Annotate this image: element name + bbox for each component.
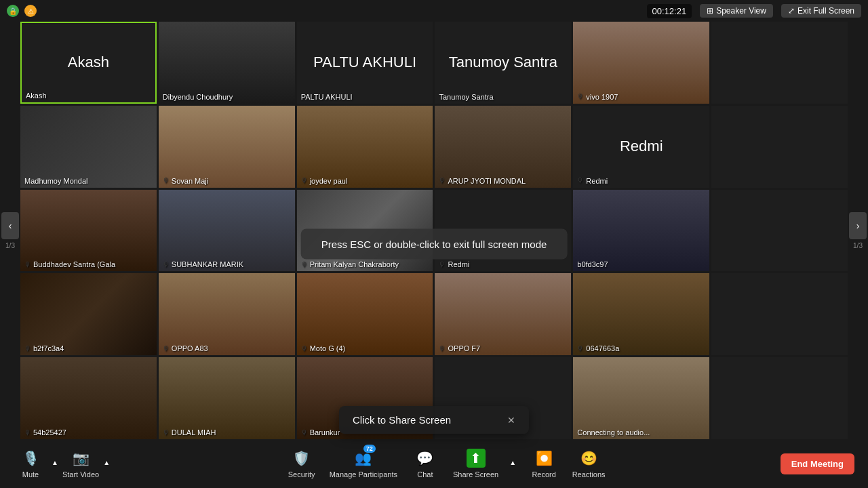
speaker-view-button[interactable]: ⊞ Speaker View [700, 4, 773, 18]
video-cell-24 [711, 273, 848, 355]
muted-icon: 🎙 [577, 93, 584, 100]
right-nav: › 1/3 [848, 22, 868, 439]
video-feed [159, 273, 295, 355]
participant-name-label: Tanumoy Santra [439, 93, 493, 101]
share-screen-popup: Click to Share Screen ✕ [339, 406, 529, 434]
participant-name-text: OPPO A83 [172, 344, 208, 352]
video-cell-7: Madhumoy Mondal [20, 106, 157, 188]
participant-name-label: 🎙Redmi [439, 260, 469, 268]
muted-icon: 🎙 [24, 429, 31, 436]
video-cell-1: AkashAkash [20, 22, 157, 104]
video-cell-16: 🎙Redmi [435, 190, 571, 272]
participant-name-text: Sovan Maji [172, 177, 208, 185]
participant-name-text: DULAL MIAH [172, 428, 216, 436]
speaker-view-icon: ⊞ [707, 6, 713, 16]
participant-name-label: Connecting to audio... [577, 428, 650, 436]
participant-center-name: Akash [68, 54, 109, 71]
participant-name-label: b0fd3c97 [577, 260, 608, 268]
toolbar-center-group: 🛡️ Security 👥 72 Manage Participants 💬 C… [285, 449, 606, 479]
next-page-button[interactable]: › [849, 212, 867, 239]
muted-icon: 🎙 [163, 429, 170, 436]
participant-name-label: 🎙OPPO A83 [163, 344, 208, 352]
video-chevron[interactable]: ▲ [103, 459, 110, 466]
participant-name-text: PALTU AKHULI [301, 93, 353, 101]
video-feed [20, 190, 157, 272]
end-meeting-button[interactable]: End Meeting [781, 453, 854, 474]
top-bar: 🔒 ⚠ 00:12:21 ⊞ Speaker View ⤢ Exit Full … [0, 0, 868, 22]
video-cell-18 [711, 190, 848, 272]
record-button[interactable]: ⏺️ Record [527, 449, 561, 479]
video-button[interactable]: 📷 Start Video [62, 449, 99, 479]
video-feed [435, 106, 571, 188]
video-cell-29: Connecting to audio... [573, 357, 709, 439]
right-page-indicator: 1/3 [853, 242, 863, 249]
participant-name-text: SUBHANKAR MARIK [172, 260, 243, 268]
participant-name-label: 🎙SUBHANKAR MARIK [163, 260, 243, 268]
exit-fullscreen-button[interactable]: ⤢ Exit Full Screen [781, 4, 861, 18]
left-page-indicator: 1/3 [5, 242, 15, 249]
muted-icon: 🎙 [24, 261, 31, 268]
participant-name-label: 🎙Barunkur [301, 428, 340, 436]
chat-icon: 💬 [416, 449, 435, 468]
security-button[interactable]: 🛡️ Security [285, 449, 319, 479]
bottom-toolbar: 🎙️ Mute ▲ 📷 Start Video ▲ 🛡️ Security 👥 … [0, 439, 868, 488]
video-feed [435, 273, 571, 355]
share-chevron[interactable]: ▲ [509, 459, 516, 466]
participant-name-label: 🎙Buddhadev Santra (Gala [24, 260, 115, 268]
muted-icon: 🎙 [439, 345, 446, 352]
video-grid: AkashAkashDibyendu ChoudhuryPALTU AKHULI… [20, 22, 848, 439]
chat-button[interactable]: 💬 Chat [408, 449, 442, 479]
video-cell-15: 🎙Pritam Kalyan Chakraborty [297, 190, 433, 272]
muted-icon: 🎙 [577, 177, 584, 184]
participant-name-label: Dibyendu Choudhury [163, 93, 233, 101]
participant-name-label: 🎙vivo 1907 [577, 93, 618, 101]
share-screen-button[interactable]: ⬆ Share Screen [453, 449, 498, 479]
video-cell-10: 🎙ARUP JYOTI MONDAL [435, 106, 571, 188]
video-feed [20, 357, 157, 439]
video-feed [159, 190, 295, 272]
participant-name-label: 🎙Moto G (4) [301, 344, 346, 352]
participant-name-text: 0647663a [586, 344, 619, 352]
video-cell-12 [711, 106, 848, 188]
participant-name-label: 🎙OPPO F7 [439, 344, 480, 352]
reactions-icon: 😊 [579, 449, 598, 468]
participant-center-name: Redmi [620, 138, 663, 155]
video-cell-9: 🎙joydev paul [297, 106, 433, 188]
participant-name-label: 🎙0647663a [577, 344, 619, 352]
muted-icon: 🎙 [301, 345, 308, 352]
video-cell-3: PALTU AKHULIPALTU AKHULI [297, 22, 433, 104]
video-cell-5: 🎙vivo 1907 [573, 22, 709, 104]
participant-name-label: 🎙54b25427 [24, 428, 66, 436]
video-cell-21: 🎙Moto G (4) [297, 273, 433, 355]
muted-icon: 🎙 [439, 177, 446, 184]
share-screen-close-button[interactable]: ✕ [507, 415, 515, 426]
participant-name-text: Akash [26, 92, 47, 100]
video-feed [159, 106, 295, 188]
mute-button[interactable]: 🎙️ Mute [14, 449, 47, 479]
participant-name-text: Moto G (4) [310, 344, 346, 352]
participant-name-text: Redmi [586, 177, 608, 185]
prev-page-button[interactable]: ‹ [1, 212, 19, 239]
muted-icon: 🎙 [301, 261, 308, 268]
participant-center-name: PALTU AKHULI [313, 54, 416, 71]
share-screen-text: Click to Share Screen [353, 414, 451, 426]
participants-button[interactable]: 👥 72 Manage Participants [330, 449, 397, 479]
video-feed [573, 190, 709, 272]
participant-name-text: joydev paul [310, 177, 348, 185]
participants-count-badge: 72 [363, 445, 376, 453]
mute-chevron[interactable]: ▲ [52, 459, 58, 466]
video-cell-6 [711, 22, 848, 104]
muted-icon: 🎙 [301, 177, 308, 184]
participants-icon: 👥 72 [354, 449, 373, 468]
left-nav: ‹ 1/3 [0, 22, 20, 439]
video-feed [573, 22, 709, 104]
reactions-button[interactable]: 😊 Reactions [572, 449, 606, 479]
participant-name-label: 🎙Pritam Kalyan Chakraborty [301, 260, 399, 268]
video-cell-4: Tanumoy SantraTanumoy Santra [435, 22, 571, 104]
video-cell-17: b0fd3c97 [573, 190, 709, 272]
muted-icon: 🎙 [577, 345, 584, 352]
participant-name-text: vivo 1907 [586, 93, 618, 101]
video-cell-2: Dibyendu Choudhury [159, 22, 295, 104]
participant-name-text: Madhumoy Mondal [24, 177, 88, 185]
video-feed [20, 106, 157, 188]
